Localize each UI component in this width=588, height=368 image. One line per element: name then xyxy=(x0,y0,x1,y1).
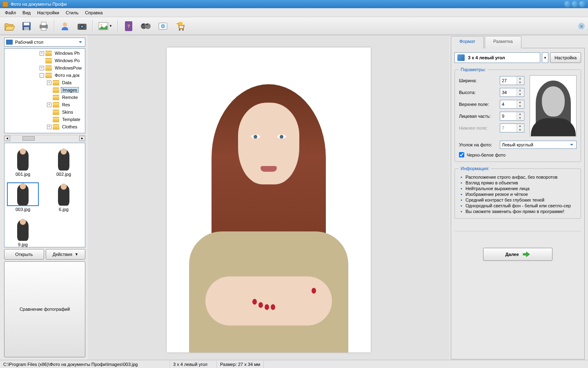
tree-expand-icon xyxy=(47,117,51,122)
preset-icon xyxy=(457,54,465,61)
svg-point-22 xyxy=(179,29,180,31)
tree-node[interactable]: -Фото на док xyxy=(4,72,85,79)
tree-label[interactable]: Data xyxy=(61,80,73,85)
folder-tree[interactable]: +Windows PhWindows Po+WindowsPow-Фото на… xyxy=(4,48,85,133)
bottom-margin-label: Нижнее поле: xyxy=(459,126,500,130)
tree-expand-icon[interactable]: + xyxy=(47,81,51,85)
tree-node[interactable]: Images xyxy=(4,86,85,94)
menu-file[interactable]: Файл xyxy=(2,9,19,16)
thumbnail-image[interactable] xyxy=(7,182,39,206)
folder-icon xyxy=(53,117,59,122)
svg-rect-1 xyxy=(24,22,29,25)
tree-expand-icon xyxy=(40,58,44,63)
location-selector[interactable]: Рабочий стол xyxy=(4,38,85,47)
thumbnail[interactable]: 002.jpg xyxy=(48,147,80,177)
tree-label[interactable]: Windows Po xyxy=(53,58,81,63)
tree-expand-icon[interactable]: + xyxy=(47,125,51,129)
menu-view[interactable]: Вид xyxy=(19,9,34,16)
actions-button[interactable]: Действия▼ xyxy=(46,249,86,260)
tree-label[interactable]: Фото на док xyxy=(53,73,81,78)
tree-expand-icon[interactable]: - xyxy=(40,73,44,78)
thumbnail-label: 6.jpg xyxy=(59,207,69,212)
thumbnail[interactable]: 6.jpg xyxy=(48,182,80,212)
thumbnail[interactable]: 9.jpg xyxy=(7,218,39,247)
info-item: Расположение строго анфас, без поворотов xyxy=(461,174,577,180)
tree-label[interactable]: Res xyxy=(61,102,71,107)
thumbnail-image[interactable] xyxy=(48,182,80,206)
menu-help[interactable]: Справка xyxy=(82,9,106,16)
corner-selector[interactable]: Левый круглый xyxy=(500,141,577,149)
toolbar-print[interactable] xyxy=(36,19,51,34)
face-part-spinner[interactable]: ▲▼ xyxy=(500,112,524,121)
thumbnail-image[interactable] xyxy=(48,147,80,171)
height-spinner[interactable]: ▲▼ xyxy=(500,88,524,97)
toolbar-help[interactable]: ? xyxy=(121,19,136,34)
toolbar-open[interactable] xyxy=(2,19,17,34)
tree-node[interactable]: +Windows Ph xyxy=(4,49,85,57)
close-button[interactable] xyxy=(579,1,586,7)
menu-style[interactable]: Стиль xyxy=(62,9,82,16)
info-group: Информация: Расположение строго анфас, б… xyxy=(454,166,581,219)
toolbar-save[interactable] xyxy=(19,19,34,34)
corner-label: Уголок на фото: xyxy=(459,142,500,147)
tab-markup[interactable]: Разметка xyxy=(485,36,521,48)
width-spinner[interactable]: ▲▼ xyxy=(500,76,524,85)
tree-expand-icon[interactable]: + xyxy=(47,103,51,107)
preset-settings-button[interactable]: Настройка xyxy=(550,52,581,63)
tab-format[interactable]: Формат xyxy=(451,36,484,48)
scroll-thumb[interactable] xyxy=(22,136,35,141)
toolbar-cart[interactable] xyxy=(172,19,188,34)
photo-canvas[interactable] xyxy=(167,47,371,352)
toolbar-web[interactable] xyxy=(155,19,171,34)
tree-node[interactable]: Template xyxy=(4,116,85,123)
tree-node[interactable]: +Clothes xyxy=(4,123,85,130)
window-title: Фото на документы Профи xyxy=(11,2,67,7)
tree-label[interactable]: Windows Ph xyxy=(53,51,81,56)
tree-node[interactable]: +Data xyxy=(4,79,85,86)
toolbar-image[interactable]: ▼ xyxy=(96,19,115,34)
tree-expand-icon[interactable]: + xyxy=(40,51,44,56)
folder-icon xyxy=(45,73,52,78)
tree-label[interactable]: Template xyxy=(61,117,82,122)
titlebar: Фото на документы Профи xyxy=(0,0,588,8)
tree-node[interactable]: Windows Po xyxy=(4,57,85,64)
maximize-button[interactable] xyxy=(572,1,578,7)
tree-node[interactable]: Remote xyxy=(4,94,85,101)
right-panel: Формат Разметка 3 x 4 левый угол ▼ Настр… xyxy=(449,35,588,360)
svg-text:?: ? xyxy=(127,24,130,29)
toolbar-video[interactable] xyxy=(138,19,154,34)
open-button[interactable]: Открыть xyxy=(4,249,44,260)
tree-label[interactable]: Images xyxy=(61,87,79,93)
toolbar-camera[interactable] xyxy=(74,19,90,34)
toolbar-close-icon[interactable]: × xyxy=(578,23,585,29)
tree-label[interactable]: Skins xyxy=(61,110,74,114)
tree-label[interactable]: Clothes xyxy=(61,124,78,129)
toolbar-user[interactable] xyxy=(57,19,73,34)
preset-selector[interactable]: 3 x 4 левый угол xyxy=(454,52,540,63)
tree-node[interactable]: +Res xyxy=(4,101,85,108)
width-label: Ширина: xyxy=(459,78,500,83)
thumbnail-image[interactable] xyxy=(7,218,39,241)
compare-button[interactable]: Сравнение фотографий xyxy=(4,261,85,358)
menu-settings[interactable]: Настройки xyxy=(34,9,62,16)
tree-expand-icon[interactable]: + xyxy=(40,66,44,70)
thumbnail[interactable]: 001.jpg xyxy=(7,147,39,177)
scroll-left-icon[interactable]: ◄ xyxy=(4,136,10,141)
tree-label[interactable]: WindowsPow xyxy=(53,65,83,70)
thumbnail-image[interactable] xyxy=(7,147,39,171)
minimize-button[interactable] xyxy=(564,1,571,7)
folder-icon xyxy=(53,124,59,130)
preset-dropdown[interactable]: ▼ xyxy=(542,52,548,63)
svg-point-7 xyxy=(63,22,67,27)
next-button[interactable]: Далее xyxy=(483,248,552,261)
bw-checkbox[interactable] xyxy=(459,152,464,157)
thumbnail[interactable]: 003.jpg xyxy=(7,182,39,212)
top-margin-spinner[interactable]: ▲▼ xyxy=(500,100,524,109)
scroll-right-icon[interactable]: ► xyxy=(79,136,85,141)
arrow-right-icon xyxy=(522,251,530,258)
svg-point-6 xyxy=(46,25,47,26)
tree-node[interactable]: Skins xyxy=(4,108,85,116)
tree-label[interactable]: Remote xyxy=(61,95,79,100)
tree-scrollbar[interactable]: ◄ ► xyxy=(4,135,85,141)
tree-node[interactable]: +WindowsPow xyxy=(4,64,85,72)
